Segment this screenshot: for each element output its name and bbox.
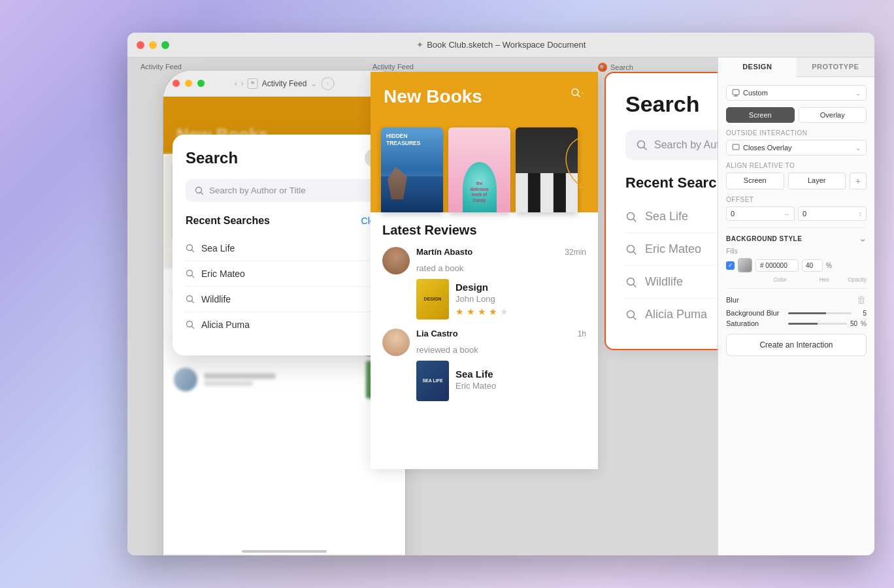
result-search-icon-1 <box>186 244 195 253</box>
book-3-keys <box>516 173 578 212</box>
canvas-area[interactable]: Activity Feed Activity Feed 🔍 Search <box>127 57 718 555</box>
traffic-light-yellow[interactable] <box>149 41 157 49</box>
key-3 <box>540 173 553 212</box>
search-modal-input-box[interactable]: Search by Author or Title <box>186 179 383 202</box>
fill-col-spacer-1 <box>726 276 740 283</box>
spb-search-icon <box>636 139 648 151</box>
saturation-row: Saturation 50 % <box>726 319 867 327</box>
fill-hex-input[interactable]: # 000000 <box>755 259 799 272</box>
panel-tabs: DESIGN PROTOTYPE <box>718 57 874 77</box>
spb-result-2[interactable]: Eric Mateo <box>625 233 718 266</box>
svg-line-13 <box>578 95 580 97</box>
spb-result-3[interactable]: Wildlife <box>625 266 718 299</box>
review-1-book-author: John Long <box>455 294 508 304</box>
bg-blur-value: 5 <box>855 310 867 317</box>
spb-result-text-1: Sea Life <box>645 210 688 223</box>
review-1-time: 32min <box>565 248 586 257</box>
main-header-search-button[interactable]: · <box>568 84 586 102</box>
search-panel-canvas-label: Search <box>610 63 633 71</box>
search-panel-indicator: 🔍 <box>598 63 607 72</box>
book-3-dark <box>516 127 578 212</box>
traffic-light-green[interactable] <box>161 41 169 49</box>
create-interaction-button[interactable]: Create an Interaction <box>726 334 867 356</box>
nav-back-icon[interactable]: ‹ <box>235 79 237 88</box>
result-search-icon-4 <box>186 320 195 329</box>
main-app-header: New Books · HIDDENTREAS <box>371 72 598 212</box>
offset-x-icon: ↔ <box>784 210 790 218</box>
traffic-light-red[interactable] <box>137 41 144 49</box>
fill-color-swatch[interactable] <box>738 258 752 272</box>
canvas-content: Activity Feed Activity Feed 🔍 Search <box>127 57 718 555</box>
saturation-slider[interactable] <box>788 323 847 325</box>
fill-percent: % <box>826 262 832 269</box>
svg-point-19 <box>627 245 635 252</box>
offset-x-input[interactable]: 0 ↔ <box>726 206 795 221</box>
svg-line-5 <box>192 250 194 252</box>
outer-window-title: Activity Feed <box>262 79 307 88</box>
blur-label: Blur <box>726 296 739 304</box>
bg-style-chevron[interactable]: ⌄ <box>859 233 867 244</box>
spb-result-icon-2 <box>625 244 637 255</box>
offset-y-input[interactable]: 0 ↕ <box>798 206 867 221</box>
review-2-book-cover-text: SEA LIFE <box>421 377 444 385</box>
custom-dropdown-label: Custom <box>732 89 768 97</box>
tab-prototype[interactable]: PROTOTYPE <box>797 57 875 76</box>
fill-opacity-col-label: Opacity <box>848 276 867 283</box>
search-modal-header: Search ✕ <box>186 149 383 167</box>
search-result-item-1[interactable]: Sea Life <box>186 236 383 261</box>
dropdown-icon[interactable]: ⌄ <box>310 79 317 88</box>
search-result-item-4[interactable]: Alicia Puma <box>186 312 383 337</box>
tab-design[interactable]: DESIGN <box>718 57 797 77</box>
custom-dropdown-row: Custom ⌄ <box>726 85 867 101</box>
overlay-button[interactable]: Overlay <box>799 107 867 123</box>
share-icon[interactable]: ↑ <box>321 77 334 90</box>
fill-opacity-input[interactable]: 40 <box>802 259 823 272</box>
outer-phone-window: ‹ › ⚑ Activity Feed ⌄ ↑ New Books <box>163 71 405 555</box>
fill-color-col-label: Color <box>760 276 801 283</box>
align-plus-btn[interactable]: + <box>850 172 867 189</box>
svg-point-23 <box>627 310 635 318</box>
bg-blur-slider[interactable] <box>788 312 852 314</box>
spb-result-1[interactable]: Sea Life <box>625 201 718 233</box>
custom-dropdown[interactable]: Custom ⌄ <box>726 85 867 101</box>
screen-overlay-buttons: Screen Overlay <box>726 107 867 123</box>
outer-red[interactable] <box>173 80 180 87</box>
outer-window-nav: ‹ › ⚑ Activity Feed ⌄ ↑ <box>235 77 335 90</box>
align-layer-btn[interactable]: Layer <box>788 172 846 189</box>
panel-content: Custom ⌄ Screen Overlay Outside Interact… <box>718 77 874 555</box>
search-results-list: Sea Life Eric Mateo Wildlife <box>186 236 383 337</box>
key-2 <box>528 173 540 212</box>
review-2-book-cover: SEA LIFE <box>416 361 449 401</box>
fill-checkbox[interactable] <box>726 261 735 270</box>
bg-style-header: BACKGROUND STYLE ⌄ <box>726 233 867 244</box>
review-1-book-cover: DESIGN <box>416 279 449 319</box>
align-screen-btn[interactable]: Screen <box>726 172 784 189</box>
align-relative-label: Align relative to <box>726 162 867 169</box>
bg-blur-row: Background Blur 5 <box>726 309 867 317</box>
search-modal-placeholder: Search by Author or Title <box>209 186 306 195</box>
search-result-item-3[interactable]: Wildlife <box>186 287 383 312</box>
spb-search-input-box[interactable]: Search by Author o <box>625 130 718 160</box>
closes-overlay-select[interactable]: Closes Overlay ⌄ <box>726 140 867 155</box>
search-panel-label-area: 🔍 Search <box>598 63 633 72</box>
search-result-item-2[interactable]: Eric Mateo <box>186 261 383 287</box>
svg-line-7 <box>192 276 194 278</box>
svg-point-21 <box>627 278 635 285</box>
key-1 <box>516 173 528 212</box>
nav-forward-icon[interactable]: › <box>241 79 244 88</box>
fill-hex-col-label: Hex <box>804 276 844 283</box>
spb-result-icon-4 <box>625 309 637 321</box>
reviewer-2-name: Lia Castro <box>416 329 458 338</box>
screen-button[interactable]: Screen <box>726 107 795 123</box>
outer-green[interactable] <box>197 80 205 87</box>
spb-result-4[interactable]: Alicia Puma <box>625 299 718 331</box>
fill-row: # 000000 40 % <box>726 258 867 272</box>
outer-yellow[interactable] <box>185 80 192 87</box>
svg-point-15 <box>638 141 645 148</box>
svg-line-24 <box>634 317 637 319</box>
offset-y-icon: ↕ <box>859 210 862 218</box>
blur-delete-icon[interactable]: 🗑 <box>857 294 867 305</box>
recent-searches-title: Recent Searches <box>186 215 270 227</box>
main-app-view: New Books · HIDDENTREAS <box>371 72 598 469</box>
offset-inputs: 0 ↔ 0 ↕ <box>726 206 867 221</box>
